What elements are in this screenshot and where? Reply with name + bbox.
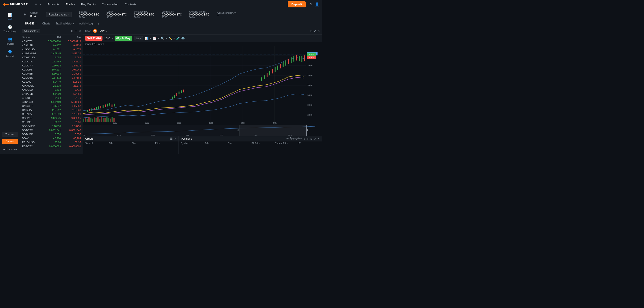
market-row[interactable]: BRENT 84.64 84.70 xyxy=(20,96,83,100)
market-row[interactable]: CAD/JPY 115.912 115.938 xyxy=(20,108,83,112)
nav-item-copy-trading[interactable]: Copy-trading xyxy=(101,3,119,6)
sort-icon[interactable]: ⇅ xyxy=(71,30,73,33)
chart-type-icon[interactable]: 📊 xyxy=(145,37,148,40)
sidebar-item-account[interactable]: 🔷 Account xyxy=(1,48,19,59)
row-ask: 0.92510 xyxy=(61,60,81,63)
market-row[interactable]: AUD/NZD 1.10918 1.10950 xyxy=(20,72,83,76)
market-row[interactable]: AUD/CHF 0.60714 0.60732 xyxy=(20,64,83,68)
orders-close-icon[interactable]: ✕ xyxy=(174,137,176,140)
orders-menu-icon[interactable]: ☰ xyxy=(170,137,173,140)
zoom-arrow-icon[interactable]: ▾ xyxy=(166,37,167,40)
market-row[interactable]: DOT/BTC 0.0001041 0.0001042 xyxy=(20,128,83,132)
chart-minimize-icon[interactable]: ⊡ xyxy=(310,30,312,33)
sidebar-item-trade[interactable]: 📊 Trade xyxy=(1,11,19,22)
market-row[interactable]: AUD/USD 0.67872 0.67886 xyxy=(20,76,83,80)
nav-item-trade[interactable]: Trade ▾ xyxy=(65,3,76,6)
market-row[interactable]: ALGO/USD 0.1371 0.1372 xyxy=(20,47,83,51)
positions-close-icon[interactable]: ✕ xyxy=(318,137,320,140)
chart-navigator[interactable]: 2019 2020 2021 2022 2023 2024 2025 xyxy=(83,125,322,136)
positions-sort-icon[interactable]: ⇅ xyxy=(303,137,306,140)
deposit-button-sidebar[interactable]: Deposit xyxy=(2,139,18,144)
market-row[interactable]: AUD/JPY 107.217 107.242 xyxy=(20,68,83,72)
row-symbol: EGLD/USD xyxy=(22,141,40,144)
nav-item-buy-crypto[interactable]: Buy Crypto xyxy=(80,3,96,6)
market-row[interactable]: DOWJ 40,280 40,284 xyxy=(20,136,83,140)
indicator2-icon[interactable]: 🧪 xyxy=(176,37,180,40)
market-row[interactable]: ATOM/USD 6.055 6.056 xyxy=(20,56,83,60)
transfer-button[interactable]: Transfer xyxy=(2,132,18,137)
market-row[interactable]: ADA/BTC 0.00000710 0.00000713 xyxy=(20,39,83,43)
market-row[interactable]: CAD/CHF 0.65637 0.65657 xyxy=(20,104,83,108)
svg-rect-26 xyxy=(104,118,106,122)
chart-close-icon[interactable]: ✕ xyxy=(318,30,320,33)
user-icon[interactable]: 👤 xyxy=(315,2,319,7)
row-bid: 0.10750 xyxy=(40,125,61,128)
all-markets-button[interactable]: All markets ▾ xyxy=(22,29,40,33)
positions-col-current: Current Price xyxy=(275,142,296,145)
market-row[interactable]: EGLD/USD 35.24 35.35 xyxy=(20,140,83,144)
account-icon: 🔷 xyxy=(8,50,12,54)
add-tab-button[interactable]: ＋ xyxy=(96,22,101,26)
svg-rect-65 xyxy=(178,92,180,95)
market-row[interactable]: AVAX/USD 25.678 25.679 xyxy=(20,84,83,88)
tab-trade[interactable]: TRADE ✕ xyxy=(22,20,40,27)
help-icon[interactable]: ? xyxy=(310,3,312,7)
row-symbol: AUD/NZD xyxy=(22,72,40,75)
settings-icon[interactable]: ⚙️ xyxy=(181,37,185,40)
market-row[interactable]: AUS200 8,047.9 8,051.9 xyxy=(20,80,83,84)
positions-expand-icon[interactable]: ⤢ xyxy=(314,137,316,140)
close-market-icon[interactable]: ✕ xyxy=(78,30,81,33)
draw-icon[interactable]: ✏️ xyxy=(168,37,172,40)
indicators-arrow-icon[interactable]: ▾ xyxy=(158,37,159,40)
tab-charts[interactable]: Charts xyxy=(40,20,53,27)
tab-close-icon[interactable]: ✕ xyxy=(35,23,37,25)
market-row[interactable]: BNB/USD 534.60 534.61 xyxy=(20,92,83,96)
chart-type-arrow-icon[interactable]: ▾ xyxy=(150,37,151,40)
deposit-button-top[interactable]: Deposit xyxy=(288,1,306,8)
indicators-icon[interactable]: 📈 xyxy=(153,37,156,40)
market-row[interactable]: EOS/BTC 0.0000089 0.0000091 xyxy=(20,144,83,148)
tab-activity-log[interactable]: Activity Log xyxy=(76,20,96,27)
buy-button[interactable]: 41,484 Buy xyxy=(114,36,132,41)
hide-menu-button[interactable]: ◀ Hide menu xyxy=(3,146,16,152)
row-symbol: AUD/CHF xyxy=(22,64,40,67)
row-ask: 176.626 xyxy=(61,113,81,115)
main-layout: 📊 Trade 🕐 Trade history 👥 Rewards 🔷 Acco… xyxy=(0,9,322,154)
market-row[interactable]: AXS/USD 5.413 5.414 xyxy=(20,88,83,92)
market-list-header: All markets ▾ ⇅ ☰ ✕ xyxy=(20,27,83,35)
price-dropdown-icon[interactable]: ▾ xyxy=(112,37,113,39)
nav-item-contests[interactable]: Contests xyxy=(124,3,137,6)
row-bid: 84.64 xyxy=(40,97,61,99)
market-row[interactable]: CHF/JPY 176.589 176.626 xyxy=(20,112,83,116)
timeframe-selector[interactable]: 1W ▾ xyxy=(134,36,143,41)
positions-sort2-icon[interactable]: ⇧ xyxy=(307,137,309,140)
tab-trading-history[interactable]: Trading History xyxy=(53,20,76,27)
add-account-button[interactable]: ＋ xyxy=(23,12,26,17)
trading-type-button[interactable]: Regular trading ▾ xyxy=(46,12,72,17)
svg-rect-15 xyxy=(85,118,86,122)
market-row[interactable]: ALUMINIUM 2,479.45 2,495.20 xyxy=(20,51,83,56)
grid-icon[interactable]: ⊞ xyxy=(34,3,38,6)
draw-arrow-icon[interactable]: ▾ xyxy=(173,37,175,40)
sell-button[interactable]: Sell 41,476 xyxy=(85,36,102,41)
nav-item-accounts[interactable]: Accounts xyxy=(47,3,60,6)
market-row[interactable]: DOGE/USD 0.10750 0.10751 xyxy=(20,124,83,128)
market-row[interactable]: CRUDE 81.32 81.35 xyxy=(20,120,83,124)
zoom-icon[interactable]: 🔍 xyxy=(160,37,164,40)
sidebar-item-rewards[interactable]: 👥 Rewards xyxy=(1,36,19,47)
market-row[interactable]: BTC/USD 58,149.9 58,150.0 xyxy=(20,100,83,104)
row-symbol: DOT/BTC xyxy=(22,129,40,132)
market-row[interactable]: DOT/USD 6.056 6.057 xyxy=(20,132,83,136)
market-row[interactable]: AUD/CAD 0.92489 0.92510 xyxy=(20,60,83,64)
chart-expand-icon[interactable]: ⤢ xyxy=(314,30,316,33)
svg-rect-25 xyxy=(103,118,104,122)
market-row[interactable]: COPPER 9,874.75 9,890.25 xyxy=(20,116,83,120)
orders-panel: Orders ☰ ✕ Symbol Side Size Price xyxy=(83,136,179,154)
positions-minimize-icon[interactable]: ⊡ xyxy=(310,137,312,140)
market-row[interactable]: ADA/USD 0.4137 0.4138 xyxy=(20,43,83,47)
main-tabs: TRADE ✕ Charts Trading History Activity … xyxy=(20,20,322,27)
row-ask: 6.057 xyxy=(61,133,81,136)
menu-icon[interactable]: ☰ xyxy=(74,30,77,33)
chevron-down-icon[interactable]: ▾ xyxy=(38,3,42,6)
sidebar-item-trade-history[interactable]: 🕐 Trade history xyxy=(1,23,19,35)
